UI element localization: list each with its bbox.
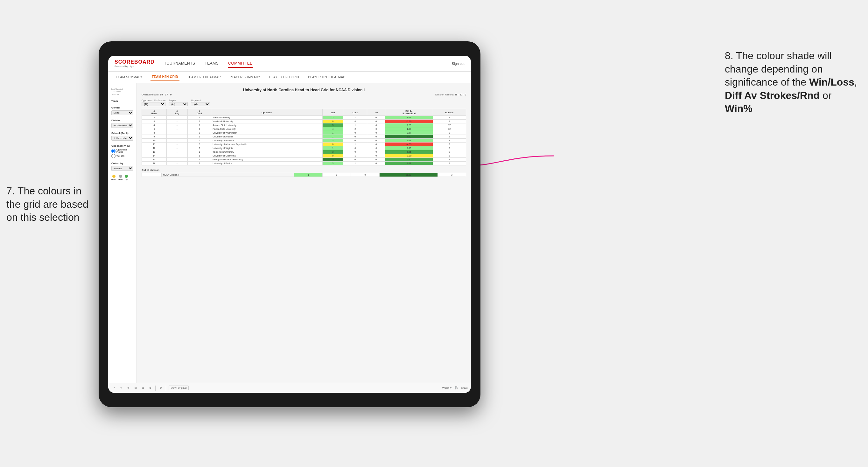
toolbar: ↩ ↪ ↺ ⊞ ⊟ ⊕ ⏱ View: Original Watch ▾ 💬 S… [108,383,471,393]
conf-cell: 4 [187,158,211,162]
undo-button[interactable]: ↩ [111,386,116,390]
tab-player-h2h-heatmap[interactable]: PLAYER H2H HEATMAP [307,73,346,81]
tie-cell: 0 [367,158,385,162]
win-cell: 3 [323,162,343,165]
tab-team-h2h-heatmap[interactable]: TEAM H2H HEATMAP [186,73,222,81]
tab-player-h2h-grid[interactable]: PLAYER H2H GRID [268,73,300,81]
conf-cell: 3 [187,146,211,150]
opponents-label: Opponents: [142,99,153,101]
school-select[interactable]: 1. University of Nort... [111,136,133,141]
col-diff: Diff AvStrokes/Rnd [385,109,433,116]
toolbar-right: Watch ▾ 💬 Share [442,386,468,390]
app-header: SCOREBOARD Powered by clippd TOURNAMENTS… [108,56,471,71]
filters-row: Opponents: Conference (All) Region (All) [142,99,466,106]
opponent-cell: Arizona State University [211,123,323,127]
col-rounds: Rounds [433,109,466,116]
colour-by-select[interactable]: Win/loss [111,166,133,171]
rounds-cell: 9 [433,162,466,165]
legend-up-dot [125,175,128,178]
tab-team-summary[interactable]: TEAM SUMMARY [115,73,144,81]
opponent-cell: University of Virginia [211,146,323,150]
nav-tournaments[interactable]: TOURNAMENTS [164,60,195,68]
rounds-cell: 12 [433,127,466,131]
tab-player-summary[interactable]: PLAYER SUMMARY [228,73,262,81]
legend-level-label: Level [118,179,123,180]
opponent-label: Opponent [191,99,210,101]
diff-cell: -4.33 [385,143,433,146]
reg-cell: - [166,139,187,143]
gender-label: Gender [111,106,133,109]
out-of-division-label: Out of division [142,168,466,172]
loss-cell: 0 [343,131,367,135]
reg-cell: - [166,127,187,131]
opponent-select[interactable]: (All) [191,102,210,106]
conf-cell: 7 [187,162,211,165]
table-row: 12 - 3 University of Virginia 1 0 0 2.33… [142,146,466,150]
reg-cell: - [166,162,187,165]
opponent-cell: University of Arizona [211,135,323,139]
opponent-cell: Vanderbilt University [211,120,323,123]
nav-committee[interactable]: COMMITTEE [228,60,253,68]
tab-team-h2h-grid[interactable]: TEAM H2H GRID [151,73,180,81]
rank-cell [142,173,162,177]
conf-cell: 1 [187,116,211,120]
region-select[interactable]: (All) [168,102,188,106]
reg-cell: - [166,116,187,120]
sidebar-opponent-view: Opponent View Opponents Played Top 100 [111,145,133,158]
filter-group-region: Region (All) [168,99,188,106]
comment-button[interactable]: 💬 [455,386,458,390]
table-row: 15 - 4 Georgia Institute of Technology 5… [142,158,466,162]
radio-top100[interactable]: Top 100 [111,154,133,158]
tie-cell: 0 [367,123,385,127]
tablet-screen: SCOREBOARD Powered by clippd TOURNAMENTS… [108,56,471,393]
minus-button[interactable]: ⊟ [141,386,146,390]
col-tie: Tie [367,109,385,116]
table-row: 16 - 7 University of Florida 3 1 0 4.62 … [142,162,466,165]
filter-group-opponent: Opponent (All) [191,99,210,106]
reg-cell: - [166,158,187,162]
reg-cell: - [166,143,187,146]
conference-select[interactable]: (All) [142,102,165,106]
division-select[interactable]: NCAA Division I [111,123,133,128]
watch-button[interactable]: Watch ▾ [442,386,452,390]
plus-button[interactable]: ⊕ [148,386,153,390]
rounds-cell: 17 [433,123,466,127]
rank-cell: 2 [142,116,167,120]
conf-cell: 2 [187,127,211,131]
table-row: 8 - 2 University of Washington 1 0 0 3.6… [142,131,466,135]
sign-out-button[interactable]: Sign out [447,62,465,65]
gender-select[interactable]: Men's [111,111,133,115]
sidebar-division: Division NCAA Division I [111,119,133,128]
win-cell: 5 [323,158,343,162]
division-label: Division [111,119,133,122]
opponent-cell: University of Arkansas, Fayetteville [211,143,323,146]
diff-cell: 1.67 [385,116,433,120]
tie-cell: 0 [351,173,379,177]
share-button[interactable]: Share [461,386,468,390]
grid-button[interactable]: ⊞ [133,386,138,390]
opponent-cell: Florida State University [211,127,323,131]
rounds-cell: 3 [433,131,466,135]
rounds-cell: 9 [433,150,466,154]
tie-cell: 0 [367,143,385,146]
nav-items: TOURNAMENTS TEAMS COMMITTEE [164,60,447,68]
radio-opponents-played[interactable]: Opponents Played [111,149,133,153]
view-original-button[interactable]: View: Original [168,385,189,390]
diff-cell: 5.56 [385,150,433,154]
logo-sub: Powered by clippd [115,65,155,68]
toolbar-separator-2 [166,385,166,391]
toolbar-separator [155,385,156,391]
rank-cell: 9 [142,135,167,139]
table-row: 9 - 1 University of Arizona 1 0 0 9.00 2 [142,135,466,139]
nav-teams[interactable]: TEAMS [205,60,219,68]
rank-cell: 4 [142,123,167,127]
win-cell: 0 [323,120,343,123]
table-row: 10 - 5 University of Alabama 3 0 0 2.61 … [142,139,466,143]
conf-cell: 1 [187,135,211,139]
clock-button[interactable]: ⏱ [158,386,163,390]
redo-button[interactable]: ↪ [119,386,123,390]
rank-cell: 14 [142,154,167,158]
main-content: Last Updated: 27/03/2024 16:55:38 Team G… [108,83,471,383]
sidebar-gender: Gender Men's [111,106,133,115]
refresh-button[interactable]: ↺ [126,386,131,390]
